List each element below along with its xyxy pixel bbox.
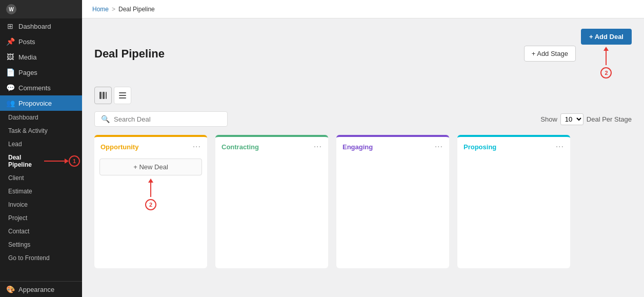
sidebar-logo: W — [0, 0, 82, 18]
appearance-icon: 🎨 — [6, 285, 14, 293]
annotation-arrow-1 — [44, 159, 69, 164]
kanban-column-opportunity: Opportunity ··· + New Deal 2 — [94, 135, 207, 268]
annotation-circle-2-header: 2 — [600, 67, 612, 78]
kanban-view-button[interactable] — [94, 87, 112, 104]
search-input[interactable] — [114, 115, 221, 123]
svg-rect-4 — [119, 95, 126, 96]
wp-logo-icon: W — [6, 4, 16, 14]
add-deal-button[interactable]: + Add Deal — [581, 29, 632, 45]
new-deal-wrap: + New Deal 2 — [94, 159, 207, 210]
propovoice-icon: 👥 — [6, 99, 14, 107]
dashboard-icon: ⊞ — [6, 22, 14, 30]
kanban-col-title-opportunity: Opportunity — [100, 143, 138, 151]
svg-rect-3 — [119, 92, 126, 93]
media-icon: 🖼 — [6, 53, 14, 61]
annotation-circle-1: 1 — [69, 155, 80, 167]
sidebar-nav-item-media[interactable]: 🖼 Media — [0, 49, 82, 65]
breadcrumb: Home > Deal Pipeline — [92, 6, 155, 13]
show-suffix: Deal Per Stage — [587, 115, 632, 123]
search-input-wrap: 🔍 — [94, 111, 228, 127]
sidebar-nav-item-posts[interactable]: 📌 Posts — [0, 34, 82, 49]
annotation-arrow-up-2 — [603, 47, 609, 65]
sidebar-sub-lead[interactable]: Lead — [0, 137, 82, 151]
pages-icon: 📄 — [6, 68, 14, 76]
main-content: Home > Deal Pipeline Deal Pipeline + Add… — [82, 0, 644, 297]
kanban-col-title-proposing: Proposing — [464, 143, 496, 151]
add-deal-annotation-wrap: + Add Deal 2 — [581, 29, 632, 78]
kanban-col-header-opportunity: Opportunity ··· — [94, 137, 207, 155]
list-view-button[interactable] — [114, 87, 131, 104]
show-control: Show 5 10 20 50 Deal Per Stage — [540, 113, 632, 125]
kanban-col-menu-contracting[interactable]: ··· — [314, 142, 322, 151]
wp-admin-bar: Home > Deal Pipeline — [82, 0, 644, 18]
kanban-col-title-engaging: Engaging — [343, 143, 373, 151]
kanban-column-proposing: Proposing ··· — [457, 135, 570, 268]
add-stage-button[interactable]: + Add Stage — [524, 46, 576, 62]
kanban-icon — [99, 91, 107, 100]
search-bar-row: 🔍 Show 5 10 20 50 Deal Per Stage — [94, 111, 632, 127]
kanban-col-title-contracting: Contracting — [222, 143, 259, 151]
new-deal-button[interactable]: + New Deal — [99, 159, 202, 175]
content-area: Deal Pipeline + Add Stage + Add Deal 2 — [82, 18, 644, 297]
arrow-line-2 — [150, 182, 151, 197]
svg-rect-2 — [106, 92, 107, 99]
kanban-board: Opportunity ··· + New Deal 2 — [94, 135, 632, 268]
kanban-column-engaging: Engaging ··· — [336, 135, 449, 268]
view-toggles — [94, 87, 632, 104]
header-actions: + Add Stage + Add Deal 2 — [524, 29, 632, 78]
kanban-col-header-contracting: Contracting ··· — [215, 137, 328, 155]
kanban-col-menu-engaging[interactable]: ··· — [435, 142, 443, 151]
kanban-col-header-engaging: Engaging ··· — [336, 137, 449, 155]
show-per-page-select[interactable]: 5 10 20 50 — [560, 113, 583, 125]
kanban-col-menu-opportunity[interactable]: ··· — [193, 142, 201, 151]
page-header: Deal Pipeline + Add Stage + Add Deal 2 — [94, 29, 632, 78]
breadcrumb-home[interactable]: Home — [92, 6, 109, 13]
annotation-circle-2-kanban: 2 — [145, 199, 156, 210]
posts-icon: 📌 — [6, 37, 14, 46]
svg-rect-1 — [103, 92, 105, 99]
sidebar-sub-go-to-frontend[interactable]: Go to Frontend — [0, 251, 82, 265]
sidebar-sub-settings[interactable]: Settings — [0, 238, 82, 251]
sidebar-nav-item-pages[interactable]: 📄 Pages — [0, 65, 82, 80]
sidebar-sub-deal-pipeline[interactable]: Deal Pipeline — [0, 151, 44, 171]
sidebar-sub-contact[interactable]: Contact — [0, 225, 82, 238]
sidebar-nav-appearance[interactable]: 🎨 Appearance — [0, 282, 82, 297]
svg-rect-0 — [99, 92, 102, 99]
comments-icon: 💬 — [6, 84, 14, 92]
breadcrumb-separator: > — [112, 6, 115, 13]
sidebar-sub-estimate[interactable]: Estimate — [0, 185, 82, 198]
sidebar-nav-item-propovoice[interactable]: 👥 Propovoice — [0, 95, 82, 111]
kanban-column-contracting: Contracting ··· — [215, 135, 328, 268]
svg-rect-5 — [119, 97, 126, 98]
sidebar-sub-client[interactable]: Client — [0, 171, 82, 185]
sidebar-sub-deal-pipeline-row: Deal Pipeline 1 — [0, 151, 82, 171]
sidebar: W ⊞ Dashboard 📌 Posts 🖼 Media 📄 Pages 💬 … — [0, 0, 82, 297]
sidebar-sub-dashboard[interactable]: Dashboard — [0, 111, 82, 124]
sidebar-sub-invoice[interactable]: Invoice — [0, 198, 82, 211]
page-title: Deal Pipeline — [94, 47, 165, 61]
breadcrumb-current: Deal Pipeline — [118, 6, 155, 13]
kanban-col-menu-proposing[interactable]: ··· — [556, 142, 564, 151]
sidebar-sub-task-activity[interactable]: Task & Activity — [0, 124, 82, 137]
sidebar-nav-item-dashboard[interactable]: ⊞ Dashboard — [0, 18, 82, 34]
show-label: Show — [540, 115, 557, 123]
new-deal-annotation: 2 — [94, 179, 207, 210]
sidebar-sub-project[interactable]: Project — [0, 211, 82, 225]
sidebar-bottom: 🎨 Appearance — [0, 281, 82, 297]
sidebar-nav-item-comments[interactable]: 💬 Comments — [0, 80, 82, 95]
list-icon — [118, 91, 127, 100]
kanban-col-header-proposing: Proposing ··· — [457, 137, 570, 155]
search-icon: 🔍 — [101, 115, 110, 123]
